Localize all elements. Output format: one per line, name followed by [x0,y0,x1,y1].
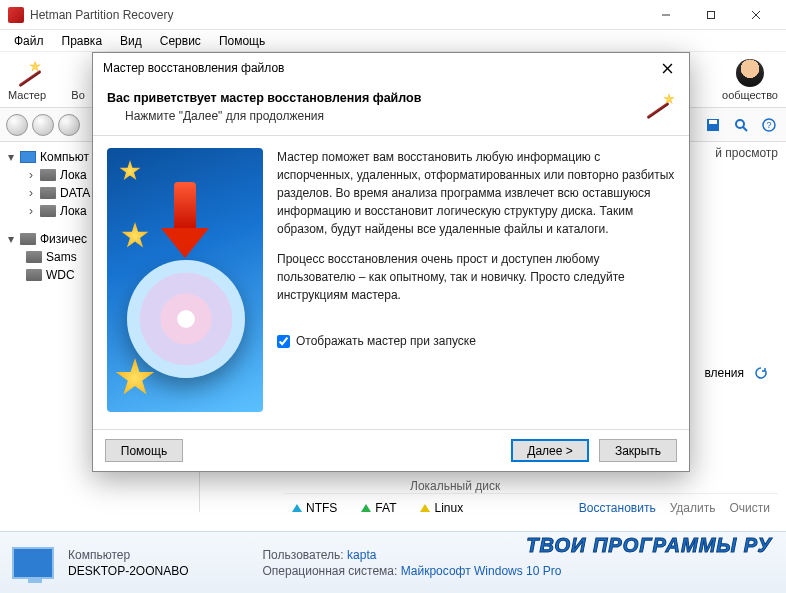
menu-edit[interactable]: Правка [54,32,111,50]
footer-user: kapta [347,548,376,562]
wizard-help-button[interactable]: Помощь [105,439,183,462]
computer-icon [20,151,36,163]
close-button[interactable] [733,0,778,30]
svg-rect-1 [707,11,714,18]
watermark: ТВОИ ПРОГРАММЫ РУ [526,534,772,557]
fs-fat: FAT [361,501,396,515]
filesystem-legend: NTFS FAT Linux Восстановить Удалить Очис… [284,493,778,521]
chevron-right-icon: › [26,204,36,218]
nav-forward-button[interactable] [32,114,54,136]
app-icon [8,7,24,23]
nav-back-button[interactable] [6,114,28,136]
minimize-button[interactable] [643,0,688,30]
menu-help[interactable]: Помощь [211,32,273,50]
wizard-show-checkbox[interactable] [277,335,290,348]
wizard-close-button[interactable]: Закрыть [599,439,677,462]
menu-view[interactable]: Вид [112,32,150,50]
wizard-title: Мастер восстановления файлов [103,61,655,75]
hdd-icon [26,269,42,281]
save-icon[interactable] [702,114,724,136]
chevron-right-icon: › [26,186,36,200]
refresh-label: вления [704,366,744,380]
action-recover[interactable]: Восстановить [579,501,656,515]
wizard-body: Мастер поможет вам восстановить любую ин… [93,136,689,429]
menu-file[interactable]: Файл [6,32,52,50]
footer-computer-label: Компьютер [68,548,188,562]
window-title: Hetman Partition Recovery [30,8,643,22]
toolbar-wizard[interactable]: Мастер [8,59,46,101]
svg-rect-5 [709,120,717,124]
wand-icon [13,59,41,87]
hdd-icon [20,233,36,245]
wizard-paragraph-2: Процесс восстановления очень прост и дос… [277,250,675,304]
wizard-footer: Помощь Далее > Закрыть [93,429,689,471]
wizard-close-icon[interactable] [655,56,679,80]
person-icon [736,59,764,87]
wizard-heading: Вас приветствует мастер восстановления ф… [107,91,641,105]
toolbar-item-2[interactable]: Во [64,59,92,101]
toolbar-community[interactable]: ообщество [722,59,778,101]
action-delete[interactable]: Удалить [670,501,716,515]
menu-tools[interactable]: Сервис [152,32,209,50]
wand-icon [641,91,675,125]
wizard-dialog: Мастер восстановления файлов Вас приветс… [92,52,690,472]
wizard-subheading: Нажмите "Далее" для продолжения [107,105,641,123]
search-icon[interactable] [730,114,752,136]
help-icon[interactable]: ? [758,114,780,136]
toolbar-wizard-label: Мастер [8,89,46,101]
footer-os: Майкрософт Windows 10 Pro [401,564,562,578]
toolbar-icon-2 [64,59,92,87]
menu-bar: Файл Правка Вид Сервис Помощь [0,30,786,52]
fs-ntfs: NTFS [292,501,337,515]
chevron-down-icon: ▾ [6,232,16,246]
footer-computer-name: DESKTOP-2OONABO [68,564,188,578]
svg-text:?: ? [766,120,771,130]
wizard-paragraph-1: Мастер поможет вам восстановить любую ин… [277,148,675,238]
preview-header: й просмотр [715,146,778,160]
refresh-icon[interactable] [750,362,772,384]
wizard-next-button[interactable]: Далее > [511,439,589,462]
wizard-hero-image [107,148,263,412]
nav-up-button[interactable] [58,114,80,136]
monitor-icon [12,547,54,579]
wizard-header: Вас приветствует мастер восстановления ф… [93,83,689,136]
wizard-titlebar: Мастер восстановления файлов [93,53,689,83]
svg-line-7 [743,127,747,131]
chevron-down-icon: ▾ [6,150,16,164]
svg-point-6 [736,120,744,128]
disk-label: Локальный диск [410,479,500,493]
window-titlebar: Hetman Partition Recovery [0,0,786,30]
drive-icon [40,205,56,217]
drive-icon [40,187,56,199]
wizard-show-on-start[interactable]: Отображать мастер при запуске [277,332,675,350]
wizard-checkbox-label: Отображать мастер при запуске [296,332,476,350]
chevron-right-icon: › [26,168,36,182]
drive-icon [40,169,56,181]
maximize-button[interactable] [688,0,733,30]
action-clear[interactable]: Очисти [730,501,771,515]
fs-linux: Linux [420,501,463,515]
hdd-icon [26,251,42,263]
